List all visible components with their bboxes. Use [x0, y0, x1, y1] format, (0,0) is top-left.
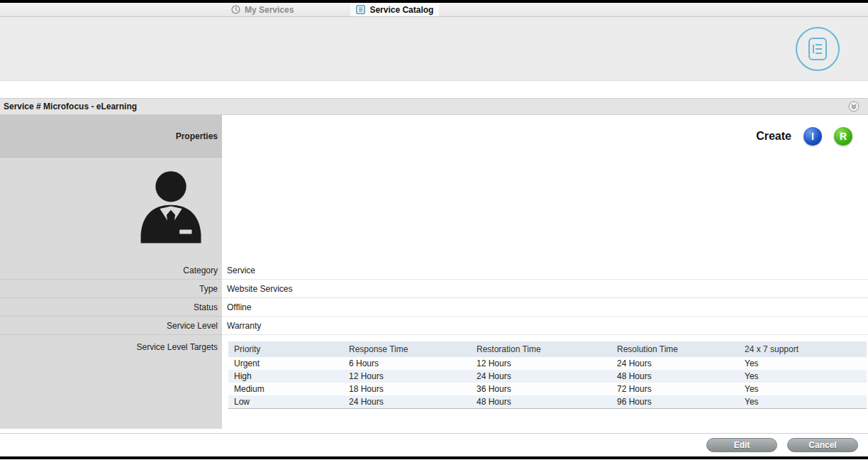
create-incident-button[interactable]: I	[803, 127, 822, 146]
create-label: Create	[756, 130, 791, 143]
table-row-urgent: Urgent 6 Hours 12 Hours 24 Hours Yes	[228, 357, 867, 370]
create-actions: Create I R	[222, 115, 868, 158]
sla-header-row: Priority Response Time Restoration Time …	[228, 341, 867, 357]
field-row-service-level: Service Level Warranty	[0, 317, 868, 335]
panel-header-row: Properties Create I R	[0, 115, 868, 158]
avatar-row-spacer	[222, 158, 868, 261]
field-value: Service	[227, 265, 255, 275]
clock-icon	[231, 5, 240, 14]
cell: 48 Hours	[611, 370, 739, 383]
spacer	[0, 81, 868, 98]
cell: Urgent	[228, 357, 343, 370]
field-row-category: Category Service	[0, 261, 868, 280]
cell: 48 Hours	[471, 395, 611, 409]
footer-actions: Edit Cancel	[0, 433, 868, 456]
cell: 18 Hours	[343, 383, 471, 395]
edit-button[interactable]: Edit	[706, 438, 777, 452]
cell: Medium	[228, 383, 343, 395]
cancel-button[interactable]: Cancel	[787, 438, 858, 452]
field-label: Service Level	[167, 321, 218, 331]
tab-my-services[interactable]: My Services	[226, 3, 299, 16]
chevron-double-down-icon[interactable]	[848, 101, 859, 112]
cell: 72 Hours	[611, 383, 739, 395]
cell: 96 Hours	[611, 395, 739, 409]
cell: Yes	[739, 383, 867, 395]
field-value: Offline	[227, 302, 251, 312]
tab-label: My Services	[245, 5, 294, 15]
cell: 6 Hours	[343, 357, 471, 370]
tab-service-catalog[interactable]: Service Catalog	[350, 3, 439, 16]
targets-label: Service Level Targets	[136, 342, 218, 352]
avatar-cell	[0, 158, 222, 261]
cell: Yes	[739, 370, 867, 383]
cell: Low	[228, 395, 343, 409]
col-resolution-time: Resolution Time	[611, 341, 739, 357]
service-level-targets-row: Service Level Targets Priority Response …	[0, 335, 868, 429]
properties-header-cell: Properties	[0, 115, 222, 158]
person-suit-icon	[134, 169, 208, 251]
field-value: Warranty	[227, 321, 261, 331]
field-label: Category	[183, 265, 218, 275]
col-priority: Priority	[228, 341, 343, 357]
cell: 36 Hours	[471, 383, 611, 395]
properties-label: Properties	[176, 131, 218, 141]
col-restoration-time: Restoration Time	[471, 341, 611, 357]
table-row-low: Low 24 Hours 48 Hours 96 Hours Yes	[228, 395, 867, 409]
cell: Yes	[739, 357, 867, 370]
section-header: Service # Microfocus - eLearning	[0, 98, 868, 115]
field-row-type: Type Website Services	[0, 280, 868, 298]
col-response-time: Response Time	[343, 341, 471, 357]
field-row-status: Status Offline	[0, 298, 868, 317]
field-value: Website Services	[227, 284, 292, 294]
table-row-high: High 12 Hours 24 Hours 48 Hours Yes	[228, 370, 867, 383]
catalog-icon	[356, 5, 365, 14]
cell: 12 Hours	[343, 370, 471, 383]
cell: 24 Hours	[611, 357, 739, 370]
cell: 12 Hours	[471, 357, 611, 370]
tab-bar: My Services Service Catalog	[0, 3, 868, 17]
create-request-button[interactable]: R	[834, 127, 852, 146]
cell: High	[228, 370, 343, 383]
avatar-row	[0, 158, 868, 261]
service-catalog-circle-icon[interactable]	[796, 27, 840, 71]
field-label: Type	[199, 284, 218, 294]
service-details-panel: Properties Create I R Category Service	[0, 115, 868, 429]
sla-table: Priority Response Time Restoration Time …	[228, 341, 867, 409]
table-row-medium: Medium 18 Hours 36 Hours 72 Hours Yes	[228, 383, 867, 395]
cell: Yes	[739, 395, 867, 409]
bottom-border-bar	[0, 456, 868, 459]
tab-label: Service Catalog	[369, 5, 433, 15]
header-banner	[0, 17, 868, 81]
field-label: Status	[194, 302, 218, 312]
cell: 24 Hours	[343, 395, 471, 409]
col-24x7-support: 24 x 7 support	[739, 341, 867, 357]
page-title: Service # Microfocus - eLearning	[4, 102, 137, 111]
cell: 24 Hours	[471, 370, 611, 383]
